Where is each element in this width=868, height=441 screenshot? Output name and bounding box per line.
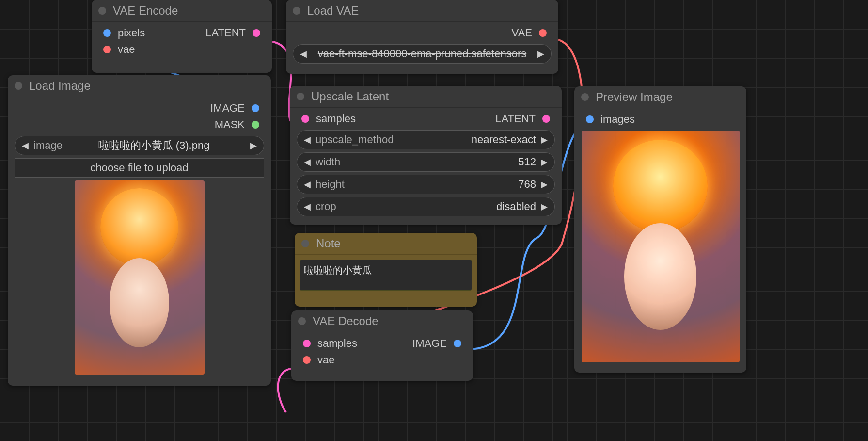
chevron-left-icon[interactable]: ◀ bbox=[20, 140, 31, 151]
chevron-right-icon[interactable]: ▶ bbox=[539, 134, 550, 145]
output-port-image[interactable]: IMAGE bbox=[13, 100, 266, 116]
output-port-latent[interactable]: LATENT bbox=[426, 111, 557, 127]
port-dot-icon bbox=[252, 104, 259, 112]
title-text: Upscale Latent bbox=[311, 90, 389, 103]
node-title[interactable]: Note bbox=[295, 233, 477, 255]
chevron-left-icon[interactable]: ◀ bbox=[302, 157, 313, 167]
output-port-vae[interactable]: VAE bbox=[291, 25, 553, 41]
widget-vae-name[interactable]: ◀ vae-ft-mse-840000-ema-pruned.safetenso… bbox=[293, 44, 552, 64]
title-text: VAE Encode bbox=[113, 4, 178, 17]
collapse-dot-icon[interactable] bbox=[301, 240, 309, 247]
port-dot-icon bbox=[103, 29, 111, 37]
node-title[interactable]: Preview Image bbox=[574, 86, 746, 108]
port-dot-icon bbox=[303, 340, 311, 347]
note-text-input[interactable]: 啦啦啦的小黄瓜 bbox=[300, 260, 472, 291]
title-text: Load Image bbox=[29, 79, 91, 93]
output-port-mask[interactable]: MASK bbox=[13, 116, 266, 133]
chevron-right-icon[interactable]: ▶ bbox=[539, 179, 550, 190]
collapse-dot-icon[interactable] bbox=[293, 7, 300, 15]
collapse-dot-icon[interactable] bbox=[98, 7, 106, 15]
input-port-vae[interactable]: vae bbox=[296, 352, 382, 368]
port-dot-icon bbox=[454, 340, 461, 347]
collapse-dot-icon[interactable] bbox=[15, 82, 22, 90]
input-port-samples[interactable]: samples bbox=[295, 111, 426, 127]
node-vae-decode[interactable]: VAE Decode samples vae IMAGE bbox=[291, 310, 473, 381]
port-dot-icon bbox=[542, 115, 550, 123]
chevron-right-icon[interactable]: ▶ bbox=[539, 157, 550, 167]
collapse-dot-icon[interactable] bbox=[298, 317, 306, 325]
chevron-right-icon[interactable]: ▶ bbox=[539, 201, 550, 212]
title-text: VAE Decode bbox=[313, 314, 379, 328]
widget-image-file[interactable]: ◀ image 啦啦啦的小黄瓜 (3).png ▶ bbox=[15, 136, 264, 155]
port-dot-icon bbox=[586, 115, 594, 123]
widget-crop[interactable]: ◀ crop disabled ▶ bbox=[297, 197, 555, 216]
node-title[interactable]: Upscale Latent bbox=[290, 86, 562, 108]
node-title[interactable]: Load Image bbox=[8, 75, 271, 97]
input-port-images[interactable]: images bbox=[579, 111, 742, 128]
node-title[interactable]: VAE Encode bbox=[92, 0, 272, 22]
node-title[interactable]: Load VAE bbox=[286, 0, 558, 22]
node-upscale-latent[interactable]: Upscale Latent samples LATENT ◀ upscale_… bbox=[290, 86, 562, 225]
widget-height[interactable]: ◀ height 768 ▶ bbox=[297, 175, 555, 194]
node-vae-encode[interactable]: VAE Encode pixels vae LATENT bbox=[92, 0, 272, 73]
input-port-vae[interactable]: vae bbox=[96, 41, 182, 58]
widget-width[interactable]: ◀ width 512 ▶ bbox=[297, 152, 555, 172]
node-note[interactable]: Note 啦啦啦的小黄瓜 bbox=[295, 233, 477, 307]
title-text: Note bbox=[316, 237, 341, 250]
chevron-right-icon[interactable]: ▶ bbox=[536, 49, 546, 59]
node-title[interactable]: VAE Decode bbox=[291, 310, 473, 332]
input-port-pixels[interactable]: pixels bbox=[96, 25, 182, 41]
chevron-right-icon[interactable]: ▶ bbox=[248, 140, 259, 151]
widget-upscale-method[interactable]: ◀ upscale_method nearest-exact ▶ bbox=[297, 130, 555, 149]
node-load-image[interactable]: Load Image IMAGE MASK ◀ image 啦啦啦的小黄瓜 (3… bbox=[8, 75, 271, 386]
chevron-left-icon[interactable]: ◀ bbox=[302, 134, 313, 145]
collapse-dot-icon[interactable] bbox=[297, 93, 304, 100]
port-dot-icon bbox=[253, 29, 260, 37]
title-text: Load VAE bbox=[307, 4, 359, 17]
port-dot-icon bbox=[301, 115, 309, 123]
chevron-left-icon[interactable]: ◀ bbox=[302, 201, 313, 212]
output-port-image[interactable]: IMAGE bbox=[382, 335, 469, 352]
node-preview-image[interactable]: Preview Image images bbox=[574, 86, 746, 373]
port-dot-icon bbox=[539, 29, 547, 37]
image-preview-output bbox=[582, 131, 740, 362]
input-port-samples[interactable]: samples bbox=[296, 335, 382, 352]
port-dot-icon bbox=[252, 121, 259, 129]
node-load-vae[interactable]: Load VAE VAE ◀ vae-ft-mse-840000-ema-pru… bbox=[286, 0, 558, 74]
chevron-left-icon[interactable]: ◀ bbox=[302, 179, 313, 190]
collapse-dot-icon[interactable] bbox=[581, 93, 589, 101]
upload-button[interactable]: choose file to upload bbox=[15, 158, 264, 178]
chevron-left-icon[interactable]: ◀ bbox=[298, 49, 309, 59]
output-port-latent[interactable]: LATENT bbox=[182, 25, 267, 41]
image-preview bbox=[75, 180, 205, 375]
port-dot-icon bbox=[303, 356, 311, 364]
port-dot-icon bbox=[103, 46, 111, 53]
title-text: Preview Image bbox=[596, 90, 673, 104]
